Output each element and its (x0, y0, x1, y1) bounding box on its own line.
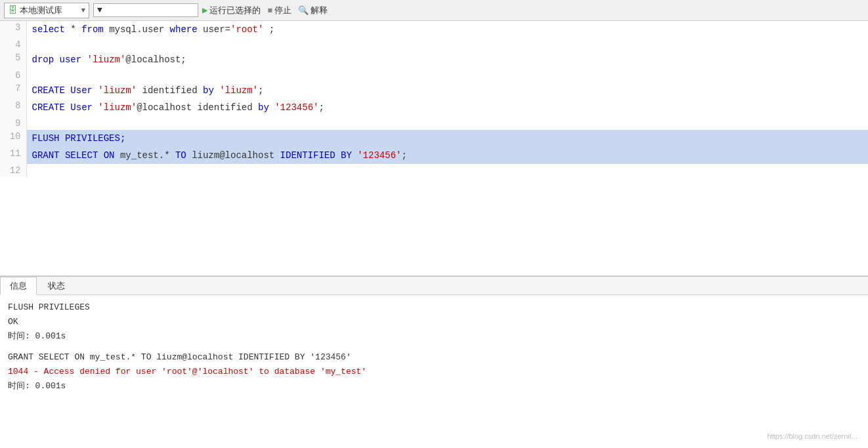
result-section: FLUSH PRIVILEGESOK时间: 0.001s (8, 300, 860, 344)
line-content[interactable]: CREATE User 'liuzm' identified by 'liuzm… (26, 82, 868, 99)
token-str: 'liuzm' (98, 102, 137, 113)
token-str: 'liuzm' (219, 85, 258, 96)
token-kw: User (70, 85, 93, 96)
token-plain (81, 54, 87, 65)
token-plain (352, 150, 357, 161)
token-kw: drop (32, 54, 54, 65)
token-plain (54, 54, 59, 65)
explain-button[interactable]: 🔍 解释 (298, 5, 328, 16)
table-row: 8CREATE User 'liuzm'@localhost identifie… (0, 99, 868, 116)
token-kw: from (81, 24, 104, 35)
token-str: '123456' (357, 150, 401, 161)
query-selector[interactable]: ▼ (93, 3, 198, 17)
line-number: 10 (0, 130, 26, 147)
line-content[interactable]: GRANT SELECT ON my_test.* TO liuzm@local… (26, 147, 868, 164)
run-label: 运行已选择的 (209, 5, 261, 16)
db-icon: 🗄 (8, 5, 17, 16)
line-number: 11 (0, 147, 26, 164)
table-row: 7CREATE User 'liuzm' identified by 'liuz… (0, 82, 868, 99)
token-kw: GRANT SELECT ON (32, 150, 115, 161)
token-plain (269, 102, 274, 113)
token-kw: by (258, 102, 269, 113)
token-kw: TO (175, 150, 186, 161)
table-row: 3select * from mysql.user where user='ro… (0, 21, 868, 38)
token-plain: identified (137, 85, 203, 96)
token-plain: liuzm@localhost (186, 150, 280, 161)
line-number: 5 (0, 51, 26, 68)
stop-label: 停止 (274, 5, 292, 16)
query-selector-arrow: ▼ (97, 5, 102, 15)
token-plain: user= (198, 24, 230, 35)
table-row: 10FLUSH PRIVILEGES; (0, 130, 868, 147)
line-number: 6 (0, 69, 26, 82)
tab-status[interactable]: 状态 (38, 277, 75, 295)
db-selector[interactable]: 🗄 本地测试库 ▼ (4, 3, 89, 18)
table-row: 12 (0, 164, 868, 177)
token-kw: CREATE (32, 85, 65, 96)
db-name-label: 本地测试库 (20, 5, 62, 16)
run-button[interactable]: ▶ 运行已选择的 (202, 5, 261, 16)
line-content[interactable]: select * from mysql.user where user='roo… (26, 21, 868, 38)
token-kw: where (170, 24, 198, 35)
token-kw: IDENTIFIED BY (280, 150, 352, 161)
token-plain: ; (258, 85, 263, 96)
token-kw: select (32, 24, 65, 35)
table-row: 4 (0, 38, 868, 51)
stop-button[interactable]: ◼ 停止 (267, 5, 291, 16)
result-area: FLUSH PRIVILEGESOK时间: 0.001sGRANT SELECT… (0, 295, 868, 406)
token-plain: ; (401, 150, 406, 161)
line-number: 3 (0, 21, 26, 38)
table-row: 9 (0, 117, 868, 130)
toolbar: 🗄 本地测试库 ▼ ▼ ▶ 运行已选择的 ◼ 停止 🔍 解释 (0, 0, 868, 21)
token-str: 'root' (230, 24, 263, 35)
token-kw: CREATE (32, 102, 65, 113)
token-plain: @localhost; (125, 54, 186, 65)
token-plain: @localhost identified (137, 102, 258, 113)
line-number: 4 (0, 38, 26, 51)
token-plain: ; (318, 102, 324, 113)
result-query: FLUSH PRIVILEGES (8, 300, 860, 315)
token-kw: User (70, 102, 93, 113)
token-plain (214, 85, 219, 96)
token-plain: * (65, 24, 81, 35)
line-content[interactable]: CREATE User 'liuzm'@localhost identified… (26, 99, 868, 116)
line-number: 12 (0, 164, 26, 177)
result-time: 时间: 0.001s (8, 379, 860, 394)
stop-icon: ◼ (267, 5, 272, 15)
token-plain: ; (263, 24, 274, 35)
line-content[interactable] (26, 117, 868, 130)
token-str: '123456' (274, 102, 318, 113)
token-kw: user (60, 54, 82, 65)
db-dropdown-arrow: ▼ (81, 7, 85, 14)
line-content[interactable] (26, 38, 868, 51)
line-content[interactable] (26, 69, 868, 82)
token-kw: by (203, 85, 214, 96)
tabs-bar: 信息状态 (0, 277, 868, 295)
sql-editor[interactable]: 3select * from mysql.user where user='ro… (0, 21, 868, 277)
tab-info[interactable]: 信息 (0, 277, 37, 295)
result-time: 时间: 0.001s (8, 329, 860, 344)
line-number: 7 (0, 82, 26, 99)
line-content[interactable]: drop user 'liuzm'@localhost; (26, 51, 868, 68)
table-row: 6 (0, 69, 868, 82)
bottom-panel: 信息状态 FLUSH PRIVILEGESOK时间: 0.001sGRANT S… (0, 277, 868, 406)
token-plain: mysql.user (104, 24, 170, 35)
result-section: GRANT SELECT ON my_test.* TO liuzm@local… (8, 350, 860, 394)
line-content[interactable] (26, 164, 868, 177)
play-icon: ▶ (202, 5, 207, 16)
result-status: 1044 - Access denied for user 'root'@'lo… (8, 365, 860, 379)
result-status: OK (8, 315, 860, 329)
explain-label: 解释 (311, 5, 328, 16)
toolbar-actions: ▶ 运行已选择的 ◼ 停止 🔍 解释 (202, 5, 328, 16)
code-lines: 3select * from mysql.user where user='ro… (0, 21, 868, 177)
explain-icon: 🔍 (298, 5, 309, 16)
table-row: 5drop user 'liuzm'@localhost; (0, 51, 868, 68)
table-row: 11GRANT SELECT ON my_test.* TO liuzm@loc… (0, 147, 868, 164)
line-number: 9 (0, 117, 26, 130)
line-content[interactable]: FLUSH PRIVILEGES; (26, 130, 868, 147)
result-query: GRANT SELECT ON my_test.* TO liuzm@local… (8, 350, 860, 365)
token-kw: FLUSH PRIVILEGES; (32, 133, 126, 144)
line-number: 8 (0, 99, 26, 116)
token-plain: my_test.* (115, 150, 175, 161)
token-str: 'liuzm' (87, 54, 126, 65)
